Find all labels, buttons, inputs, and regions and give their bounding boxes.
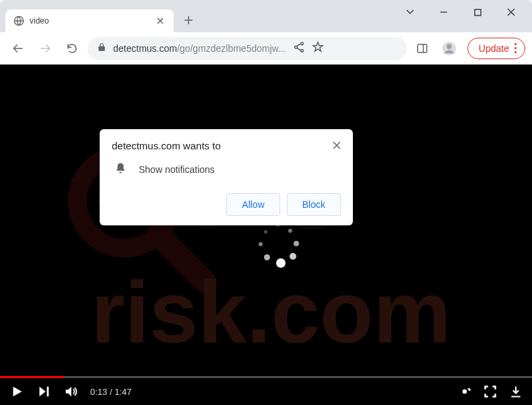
side-panel-icon[interactable] <box>411 37 434 60</box>
allow-button[interactable]: Allow <box>226 193 279 216</box>
page-content: PC risk.com 0:13 / 1:47 detectmus.com wa… <box>0 65 532 405</box>
svg-text:risk.com: risk.com <box>91 263 451 361</box>
svg-point-7 <box>446 44 451 48</box>
svg-rect-1 <box>475 9 481 15</box>
window-controls <box>395 1 527 23</box>
tab-close-icon[interactable] <box>155 15 166 26</box>
forward-button[interactable] <box>34 37 57 60</box>
svg-point-2 <box>294 46 297 48</box>
tab-title: video <box>30 16 149 26</box>
loading-spinner-icon <box>256 222 299 265</box>
watermark: PC risk.com <box>0 65 532 405</box>
dialog-title: detectmus.com wants to <box>112 140 341 151</box>
update-label: Update <box>479 43 509 54</box>
menu-dots-icon <box>514 43 517 53</box>
next-button[interactable] <box>36 384 51 399</box>
svg-point-3 <box>300 42 303 44</box>
bookmark-star-icon[interactable] <box>312 41 324 56</box>
download-button[interactable] <box>509 385 523 398</box>
close-window-button[interactable] <box>496 1 527 23</box>
fullscreen-button[interactable] <box>484 385 497 398</box>
chevron-down-icon[interactable] <box>395 1 426 23</box>
share-icon[interactable] <box>293 41 305 56</box>
url-text: detectmus.com/go/gmzdezlbme5domjw... <box>113 43 286 54</box>
back-button[interactable] <box>7 37 30 60</box>
address-bar[interactable]: detectmus.com/go/gmzdezlbme5domjw... <box>88 37 407 60</box>
svg-rect-5 <box>418 44 427 52</box>
bell-icon <box>114 162 127 177</box>
volume-button[interactable] <box>63 384 78 399</box>
video-time: 0:13 / 1:47 <box>90 387 131 397</box>
browser-tab[interactable]: video <box>5 9 174 32</box>
svg-line-9 <box>158 235 205 282</box>
dialog-close-button[interactable] <box>327 136 346 155</box>
block-button[interactable]: Block <box>287 193 341 216</box>
reload-button[interactable] <box>61 37 84 60</box>
lock-icon <box>97 42 106 54</box>
notification-permission-dialog: detectmus.com wants to Show notification… <box>100 129 353 225</box>
titlebar: video <box>0 0 532 32</box>
new-tab-button[interactable] <box>179 11 198 30</box>
svg-point-4 <box>300 49 303 52</box>
globe-icon <box>13 15 24 26</box>
toolbar: detectmus.com/go/gmzdezlbme5domjw... Upd… <box>0 32 532 65</box>
play-button[interactable] <box>9 384 24 399</box>
maximize-button[interactable] <box>462 1 493 23</box>
video-controls: 0:13 / 1:47 <box>0 378 532 405</box>
dialog-message: Show notifications <box>139 164 215 175</box>
update-button[interactable]: Update <box>467 38 525 59</box>
settings-gear-icon[interactable] <box>458 385 471 398</box>
minimize-button[interactable] <box>428 1 459 23</box>
profile-avatar-icon[interactable] <box>438 37 461 60</box>
